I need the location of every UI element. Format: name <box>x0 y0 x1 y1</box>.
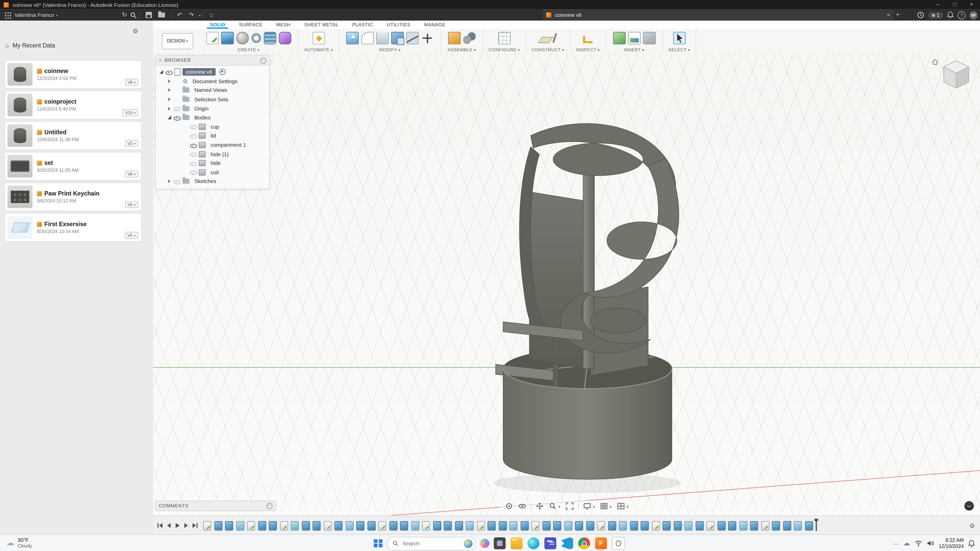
activate-component-radio[interactable] <box>219 69 225 75</box>
ribbon-group-label[interactable]: CONSTRUCT▾ <box>532 48 564 52</box>
browser-row-label[interactable]: Sketches <box>191 178 219 185</box>
browser-row[interactable]: ⚙ hide (1) <box>156 149 270 159</box>
settings-gear-icon[interactable]: ⚙ <box>969 522 975 529</box>
browser-row[interactable]: ⚙ Bodies <box>156 113 270 122</box>
search-box[interactable] <box>387 537 476 550</box>
panel-dock-icon[interactable] <box>266 503 272 509</box>
notifications-bell-icon[interactable] <box>947 11 954 19</box>
timeline-feature-icon[interactable] <box>345 521 353 530</box>
timeline-feature-icon[interactable] <box>334 521 342 530</box>
close-button[interactable]: × <box>963 0 980 10</box>
ribbon-tab[interactable]: MANAGE <box>417 22 453 29</box>
ribbon-group-label[interactable]: MODIFY▾ <box>345 48 435 52</box>
visibility-eye-icon[interactable] <box>190 132 197 139</box>
timeline-feature-icon[interactable] <box>564 521 572 530</box>
timeline-feature-icon[interactable] <box>356 521 364 530</box>
timeline-feature-icon[interactable] <box>728 521 736 530</box>
undo-icon[interactable]: ↶ <box>177 10 183 21</box>
visibility-eye-icon[interactable] <box>190 141 197 149</box>
insert-mesh-icon[interactable] <box>613 32 625 44</box>
automate-icon[interactable] <box>312 32 325 44</box>
go-to-end-button[interactable] <box>192 522 198 529</box>
zoom-icon[interactable]: ▾ <box>547 502 562 510</box>
collapse-panel-icon[interactable]: « <box>159 57 162 63</box>
timeline-feature-icon[interactable] <box>258 521 266 530</box>
look-at-icon[interactable] <box>516 502 528 510</box>
expander-icon[interactable] <box>183 142 188 148</box>
taskbar-app[interactable] <box>544 537 557 549</box>
timeline-feature-icon[interactable] <box>422 521 430 530</box>
recent-file-card[interactable]: Paw Print Keychain 9/6/2024 10:12 AM V5 … <box>5 183 142 211</box>
expander-icon[interactable] <box>159 70 164 75</box>
clock[interactable]: 8:22 AM 12/10/2024 <box>939 537 964 549</box>
browser-row[interactable]: ⚙ Selection Sets <box>156 95 270 104</box>
ribbon-tab[interactable]: PLASTIC <box>345 22 380 29</box>
timeline-feature-icon[interactable] <box>236 521 244 530</box>
timeline-feature-icon[interactable] <box>269 521 277 530</box>
ribbon-tab[interactable]: SOLID <box>203 22 232 29</box>
taskbar-app[interactable] <box>578 537 590 549</box>
timeline-feature-icon[interactable] <box>400 521 408 530</box>
timeline-feature-icon[interactable] <box>761 521 769 530</box>
user-menu[interactable]: Valentina Franco <box>14 12 54 18</box>
timeline-feature-icon[interactable] <box>651 521 660 530</box>
timeline-feature-icon[interactable] <box>805 521 813 530</box>
ribbon-group-label[interactable]: CREATE▾ <box>205 48 293 52</box>
timeline-feature-icon[interactable] <box>312 521 321 530</box>
open-icon[interactable] <box>158 13 165 17</box>
maximize-button[interactable]: □ <box>946 0 963 10</box>
timeline-feature-icon[interactable] <box>608 521 616 530</box>
expander-icon[interactable] <box>167 88 172 93</box>
viewport-canvas[interactable] <box>153 53 980 516</box>
timeline-feature-icon[interactable] <box>444 521 452 530</box>
axis-icon[interactable] <box>552 33 557 43</box>
timeline-feature-icon[interactable] <box>280 521 288 530</box>
expander-icon[interactable] <box>167 106 172 111</box>
version-badge[interactable]: V5 ▾ <box>125 201 138 208</box>
new-component-icon[interactable] <box>448 32 460 44</box>
browser-row[interactable]: ⚙ cup <box>156 122 270 132</box>
timeline-feature-icon[interactable] <box>247 521 255 530</box>
weather-widget[interactable]: ☁ 30°F Cloudy <box>6 537 32 549</box>
expander-icon[interactable] <box>167 79 172 84</box>
timeline-feature-icon[interactable] <box>783 521 791 530</box>
timeline-feature-icon[interactable] <box>203 521 212 530</box>
help-icon[interactable]: ? <box>958 11 966 19</box>
pan-icon[interactable] <box>533 502 546 510</box>
ribbon-group-label[interactable]: INSPECT▾ <box>576 48 600 52</box>
timeline-feature-icon[interactable] <box>378 521 386 530</box>
browser-row-label[interactable]: Origin <box>191 105 212 112</box>
recent-file-card[interactable]: Untitled 10/8/2024 11:38 PM V2 ▾ <box>5 122 142 149</box>
timeline-feature-icon[interactable] <box>466 521 474 530</box>
timeline-feature-icon[interactable] <box>455 521 463 530</box>
play-button[interactable] <box>174 522 180 529</box>
taskbar-app[interactable] <box>527 537 539 549</box>
browser-row-label[interactable]: compartment 1 <box>208 141 249 149</box>
avatar[interactable]: VF <box>969 11 977 19</box>
grid-settings-icon[interactable]: ▾ <box>598 502 613 510</box>
version-badge[interactable]: V8 ▾ <box>125 170 138 177</box>
document-tab[interactable]: coinnew v6 × <box>542 10 894 21</box>
timeline-feature-icon[interactable] <box>291 521 299 530</box>
browser-row[interactable]: ⚙ coil <box>156 168 270 177</box>
timeline-feature-icon[interactable] <box>586 521 594 530</box>
measure-icon[interactable] <box>583 36 593 43</box>
job-status-badge[interactable]: 1 <box>928 11 943 18</box>
panel-settings-gear-icon[interactable]: ⚙ <box>132 27 138 35</box>
browser-row[interactable]: ⚙ compartment 1 <box>156 140 270 149</box>
browser-row-label[interactable]: Document Settings <box>189 77 240 85</box>
ribbon-group-label[interactable]: CONFIGURE▾ <box>488 48 520 52</box>
notifications-bell-icon[interactable] <box>968 540 975 547</box>
visibility-eye-icon[interactable] <box>190 160 197 167</box>
visibility-eye-icon[interactable] <box>174 178 181 185</box>
configure-icon[interactable] <box>498 32 511 44</box>
start-button[interactable] <box>374 539 382 548</box>
browser-row-label[interactable]: coinnew v6 <box>183 68 215 76</box>
expander-icon[interactable] <box>183 161 188 166</box>
apps-grid-icon[interactable] <box>4 11 11 18</box>
copilot-icon[interactable] <box>480 539 489 548</box>
browser-row-label[interactable]: hide <box>208 159 224 167</box>
expander-icon[interactable] <box>183 124 188 129</box>
viewports-icon[interactable]: ▾ <box>615 502 630 510</box>
timeline-feature-icon[interactable] <box>301 521 310 530</box>
